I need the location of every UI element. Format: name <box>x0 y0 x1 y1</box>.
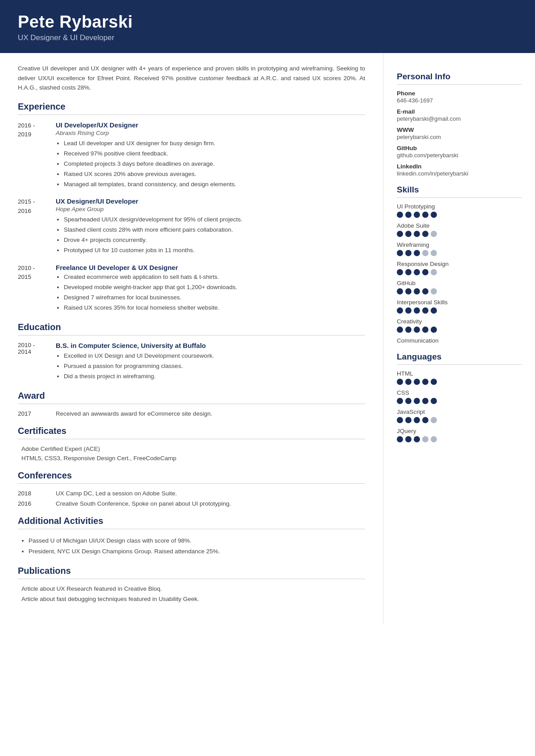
language-name: HTML <box>397 370 522 377</box>
dot-filled <box>405 231 412 237</box>
exp-bullet: Raised UX scores 20% above previous aver… <box>64 169 365 180</box>
skill-name: UI Prototyping <box>397 203 522 210</box>
cert-item-1: Adobe Certified Expert (ACE) <box>18 445 365 452</box>
www-label: WWW <box>397 127 522 133</box>
dot-filled <box>431 398 437 404</box>
language-name: JavaScript <box>397 409 522 415</box>
dot-filled <box>405 250 412 256</box>
www-value: peterybarski.com <box>397 134 522 140</box>
exp-content-2: UX Designer/UI Developer Hope Apex Group… <box>56 197 365 256</box>
exp-title-2: UX Designer/UI Developer <box>56 197 365 205</box>
edu-degree-1: B.S. in Computer Science, University at … <box>56 342 365 349</box>
skill-item: Interpersonal Skills <box>397 299 522 314</box>
education-divider <box>18 335 365 335</box>
conferences-section-title: Conferences <box>18 470 365 481</box>
dot-filled <box>431 327 437 333</box>
conf-text-1: UX Camp DC, Led a session on Adobe Suite… <box>56 490 365 497</box>
skill-name: Wireframing <box>397 241 522 248</box>
dot-filled <box>397 436 403 442</box>
exp-bullet: Developed mobile weight-tracker app that… <box>64 282 365 293</box>
education-item-1: 2010 -2014 B.S. in Computer Science, Uni… <box>18 342 365 382</box>
dot-empty <box>422 436 428 442</box>
edu-bullet: Excelled in UX Design and UI Development… <box>64 351 365 361</box>
dot-filled <box>397 327 403 333</box>
conf-year-1: 2018 <box>18 490 56 497</box>
language-item: JQuery <box>397 428 522 442</box>
skill-name: GitHub <box>397 280 522 286</box>
dot-empty <box>431 250 437 256</box>
skill-dots <box>397 250 522 256</box>
resume-header: Pete Rybarski UX Designer & UI Developer <box>0 0 535 53</box>
skill-dots <box>397 269 522 275</box>
exp-bullet: Created ecommerce web application to sel… <box>64 272 365 282</box>
skills-divider <box>397 197 522 198</box>
exp-bullet: Received 97% positive client feedback. <box>64 149 365 159</box>
dot-filled <box>414 307 420 314</box>
exp-bullet: Completed projects 3 days before deadlin… <box>64 159 365 169</box>
edu-content-1: B.S. in Computer Science, University at … <box>56 342 365 382</box>
languages-divider <box>397 364 522 365</box>
languages-container: HTMLCSSJavaScriptJQuery <box>397 370 522 442</box>
language-name: JQuery <box>397 428 522 434</box>
experience-item-2: 2015 -2016 UX Designer/UI Developer Hope… <box>18 197 365 256</box>
dot-filled <box>414 269 420 275</box>
github-label: GitHub <box>397 145 522 151</box>
dot-filled <box>422 379 428 385</box>
skills-title: Skills <box>397 185 522 195</box>
dot-filled <box>397 231 403 237</box>
email-value: peterybarski@gmail.com <box>397 115 522 122</box>
dot-empty <box>431 417 437 423</box>
dot-empty <box>431 231 437 237</box>
edu-date-1: 2010 -2014 <box>18 342 56 382</box>
exp-bullet: Raised UX scores 35% for local homeless … <box>64 303 365 313</box>
candidate-name: Pete Rybarski <box>18 12 517 32</box>
conf-item-2: 2016 Creative South Conference, Spoke on… <box>18 500 365 507</box>
exp-bullets-1: Lead UI developer and UX designer for bu… <box>56 139 365 190</box>
experience-item-3: 2010 -2015 Freelance UI Developer & UX D… <box>18 264 365 313</box>
dot-filled <box>397 288 403 294</box>
dot-filled <box>397 212 403 218</box>
dot-filled <box>397 307 403 314</box>
language-dots <box>397 379 522 385</box>
language-dots <box>397 417 522 423</box>
skill-dots <box>397 212 522 218</box>
phone-label: Phone <box>397 90 522 97</box>
dot-filled <box>405 288 412 294</box>
skill-name: Responsive Design <box>397 261 522 267</box>
edu-bullets-1: Excelled in UX Design and UI Development… <box>56 351 365 382</box>
candidate-title: UX Designer & UI Developer <box>18 33 517 42</box>
exp-company-2: Hope Apex Group <box>56 206 365 212</box>
dot-filled <box>397 417 403 423</box>
skill-dots <box>397 231 522 237</box>
dot-filled <box>422 417 428 423</box>
dot-empty <box>422 250 428 256</box>
email-label: E-mail <box>397 108 522 115</box>
exp-bullet: Managed all templates, brand consistency… <box>64 180 365 190</box>
conferences-divider <box>18 483 365 484</box>
summary-text: Creative UI developer and UX designer wi… <box>18 64 365 93</box>
dot-filled <box>422 269 428 275</box>
language-item: CSS <box>397 389 522 404</box>
exp-content-1: UI Developer/UX Designer Abraxis Rising … <box>56 121 365 190</box>
exp-bullets-3: Created ecommerce web application to sel… <box>56 272 365 313</box>
dot-filled <box>422 307 428 314</box>
conf-year-2: 2016 <box>18 500 56 507</box>
exp-bullet: Designed 7 wireframes for local business… <box>64 293 365 303</box>
education-section-title: Education <box>18 322 365 332</box>
exp-title-3: Freelance UI Developer & UX Designer <box>56 264 365 271</box>
dot-filled <box>405 417 412 423</box>
dot-filled <box>422 398 428 404</box>
activities-list: Passed U of Michigan UI/UX Design class … <box>18 535 365 557</box>
skill-name: Interpersonal Skills <box>397 299 522 306</box>
edu-bullet: Did a thesis project in wireframing. <box>64 372 365 382</box>
exp-bullet: Lead UI developer and UX designer for bu… <box>64 139 365 149</box>
dot-filled <box>414 250 420 256</box>
dot-filled <box>405 379 412 385</box>
conf-item-1: 2018 UX Camp DC, Led a session on Adobe … <box>18 490 365 497</box>
dot-filled <box>422 288 428 294</box>
pub-item-2: Article about fast debugging techniques … <box>18 596 365 602</box>
skill-dots <box>397 307 522 314</box>
skill-name: Communication <box>397 337 522 344</box>
dot-filled <box>422 231 428 237</box>
dot-filled <box>405 327 412 333</box>
